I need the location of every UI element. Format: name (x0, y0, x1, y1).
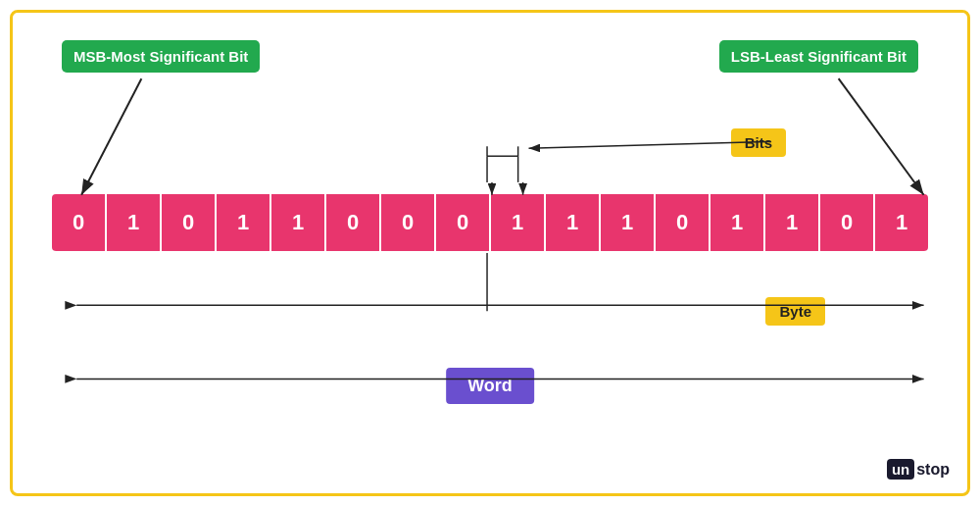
bit-cell-3: 1 (217, 194, 271, 251)
bit-cell-9: 1 (546, 194, 601, 251)
word-label: Word (446, 368, 534, 404)
bit-cell-1: 1 (107, 194, 162, 251)
svg-line-2 (81, 78, 141, 195)
bit-cell-5: 0 (326, 194, 381, 251)
bit-cell-7: 0 (436, 194, 491, 251)
bit-cell-12: 1 (710, 194, 765, 251)
bit-cell-2: 0 (162, 194, 217, 251)
bit-cell-0: 0 (52, 194, 107, 251)
logo-suffix: stop (916, 461, 950, 479)
arrows-diagram (13, 13, 967, 493)
bit-strip: 0101100011101101 (52, 194, 928, 251)
diagram-container: MSB-Most Significant Bit LSB-Least Signi… (10, 10, 970, 496)
logo-u: un (887, 459, 914, 480)
bit-cell-10: 1 (601, 194, 656, 251)
bit-cell-4: 1 (271, 194, 326, 251)
bit-cell-11: 0 (656, 194, 710, 251)
bit-cell-14: 0 (820, 194, 875, 251)
msb-label: MSB-Most Significant Bit (62, 40, 260, 73)
byte-label: Byte (765, 297, 825, 326)
bit-cell-13: 1 (765, 194, 820, 251)
lsb-label: LSB-Least Significant Bit (719, 40, 918, 73)
bit-cell-6: 0 (381, 194, 436, 251)
bit-cell-8: 1 (491, 194, 546, 251)
unstop-logo: un stop (887, 459, 950, 480)
bits-label: Bits (731, 128, 786, 157)
svg-line-3 (839, 78, 924, 195)
bit-cell-15: 1 (875, 194, 928, 251)
